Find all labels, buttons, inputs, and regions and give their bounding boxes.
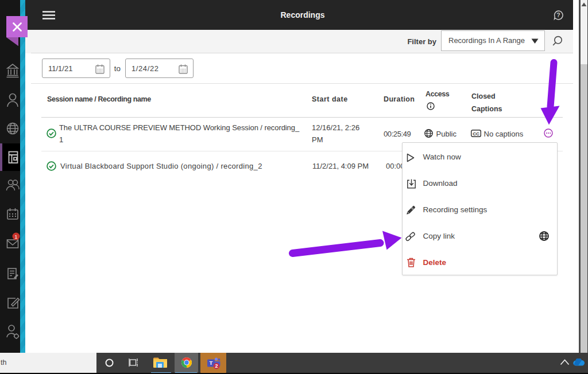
svg-text:2: 2: [215, 363, 218, 369]
svg-text:T: T: [210, 360, 213, 366]
